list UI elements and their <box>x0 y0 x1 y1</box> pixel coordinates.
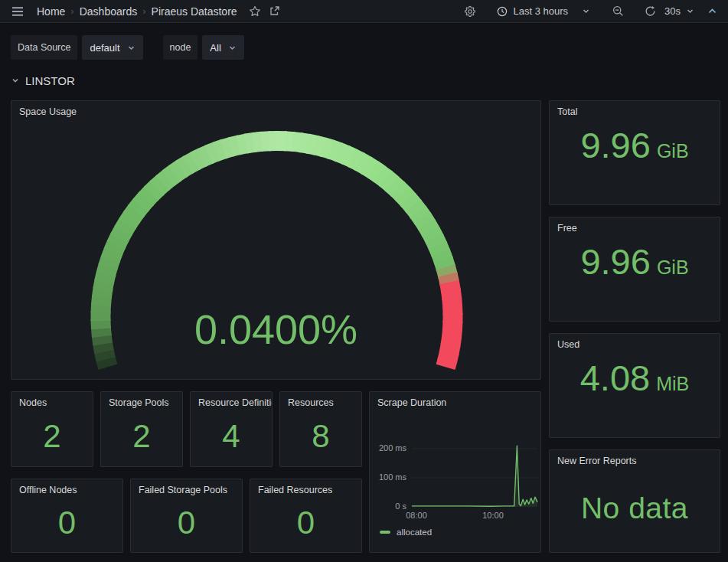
magnifier-minus-icon <box>612 5 624 17</box>
gauge-value: 0.0400% <box>11 304 540 355</box>
y-axis-tick-0s: 0 s <box>370 502 406 511</box>
panel-title-scrape-duration[interactable]: Scrape Duration <box>370 392 540 408</box>
stat-resources-value: 8 <box>280 412 361 460</box>
no-data-message: No data <box>550 469 720 547</box>
variable-node-label: node <box>163 35 198 60</box>
panel-used: Used 4.08 MiB <box>549 333 720 438</box>
panel-storage-pools: Storage Pools 2 <box>100 391 183 467</box>
variable-datasource-label: Data Source <box>11 35 77 60</box>
variable-node: node All <box>163 35 244 60</box>
time-range-label: Last 3 hours <box>513 5 568 17</box>
stat-total-value: 9.96 <box>580 127 650 163</box>
stat-free-unit: GiB <box>657 256 689 279</box>
stat-used-unit: MiB <box>656 373 689 395</box>
star-icon <box>249 5 261 18</box>
panel-failed-storage-pools: Failed Storage Pools 0 <box>130 479 243 553</box>
chevron-down-icon <box>686 7 694 15</box>
gear-icon <box>464 5 476 18</box>
chevron-right-icon: › <box>142 5 145 17</box>
panel-title-nodes[interactable]: Nodes <box>11 392 93 408</box>
panel-title-failed-resources[interactable]: Failed Resources <box>250 479 361 495</box>
stat-resource-definitions-value: 4 <box>191 412 272 460</box>
panel-resource-definitions: Resource Definitions 4 <box>190 391 273 467</box>
panel-nodes: Nodes 2 <box>11 391 93 467</box>
breadcrumb-dashboards[interactable]: Dashboards <box>80 5 138 18</box>
chevron-down-icon <box>228 44 237 52</box>
panel-title-new-error-reports[interactable]: New Error Reports <box>550 450 720 466</box>
panel-failed-resources: Failed Resources 0 <box>250 479 362 553</box>
x-axis-tick-1000: 10:00 <box>478 511 508 520</box>
collapse-topbar-button[interactable] <box>702 2 722 21</box>
favorite-dashboard-button[interactable] <box>245 2 265 21</box>
panel-title-offline-nodes[interactable]: Offline Nodes <box>11 479 122 495</box>
breadcrumb-home[interactable]: Home <box>37 5 65 18</box>
panel-scrape-duration: Scrape Duration 200 ms 100 ms 0 s 08:00 … <box>369 391 541 553</box>
stat-total-unit: GiB <box>657 140 689 162</box>
top-nav-bar: Home › Dashboards › Piraeus Datastore <box>0 0 728 23</box>
variable-datasource: Data Source default <box>11 35 143 60</box>
chevron-down-icon <box>127 44 135 52</box>
hamburger-icon <box>11 6 24 17</box>
refresh-button[interactable] <box>640 2 660 21</box>
share-dashboard-button[interactable] <box>265 2 285 21</box>
panel-title-failed-storage-pools[interactable]: Failed Storage Pools <box>131 479 242 495</box>
panel-title-used[interactable]: Used <box>550 334 720 350</box>
stat-offline-nodes-value: 0 <box>11 499 122 546</box>
panel-free: Free 9.96 GiB <box>549 217 720 322</box>
panel-total: Total 9.96 GiB <box>549 100 720 205</box>
panel-title-total[interactable]: Total <box>550 101 720 117</box>
stat-failed-storage-pools-value: 0 <box>131 499 242 546</box>
y-axis-tick-100ms: 100 ms <box>370 472 406 482</box>
panel-title-storage-pools[interactable]: Storage Pools <box>101 392 182 408</box>
y-axis-tick-200ms: 200 ms <box>370 443 406 453</box>
row-header-linstor[interactable]: LINSTOR <box>11 70 75 90</box>
refresh-icon <box>645 5 656 17</box>
panel-resources: Resources 8 <box>279 391 362 467</box>
refresh-interval-label: 30s <box>664 5 681 17</box>
stat-free-value: 9.96 <box>580 243 650 279</box>
refresh-interval-picker[interactable]: 30s <box>660 2 699 21</box>
legend-label: allocated <box>397 528 432 537</box>
chevron-down-icon <box>11 76 20 85</box>
series-color-swatch <box>380 531 390 534</box>
dashboard-settings-button[interactable] <box>460 2 480 21</box>
time-range-picker[interactable]: Last 3 hours <box>492 2 573 21</box>
x-axis-tick-0800: 08:00 <box>401 511 432 520</box>
stat-used-value: 4.08 <box>580 360 650 396</box>
stat-used: 4.08 MiB <box>550 360 720 434</box>
variable-datasource-select[interactable]: default <box>82 35 142 60</box>
chevron-right-icon: › <box>70 5 73 17</box>
stat-failed-resources-value: 0 <box>250 499 361 546</box>
variable-node-select[interactable]: All <box>202 35 243 60</box>
dashboard-variables-bar: Data Source default node All <box>11 34 717 61</box>
variable-datasource-value: default <box>90 42 119 54</box>
stat-free: 9.96 GiB <box>550 243 720 318</box>
panel-title-resources[interactable]: Resources <box>280 392 361 408</box>
row-title: LINSTOR <box>25 74 75 87</box>
panel-space-usage: Space Usage 0.0400% <box>11 100 541 380</box>
stat-nodes-value: 2 <box>11 412 93 460</box>
panel-title-resource-definitions[interactable]: Resource Definitions <box>191 392 272 408</box>
stat-total: 9.96 GiB <box>550 127 720 201</box>
panel-title-free[interactable]: Free <box>550 217 720 234</box>
breadcrumb-current-dashboard: Piraeus Datastore <box>152 5 237 18</box>
stat-storage-pools-value: 2 <box>101 412 182 460</box>
breadcrumb: Home › Dashboards › Piraeus Datastore <box>37 5 237 18</box>
panel-offline-nodes: Offline Nodes 0 <box>11 479 123 553</box>
panel-new-error-reports: New Error Reports No data <box>549 449 720 553</box>
time-range-caret-button[interactable] <box>576 2 596 21</box>
chevron-down-icon <box>582 7 590 15</box>
clock-icon <box>497 6 508 17</box>
variable-node-value: All <box>210 42 220 54</box>
panel-title-space-usage[interactable]: Space Usage <box>11 101 540 117</box>
legend-item-allocated[interactable]: allocated <box>380 528 432 537</box>
menu-toggle-button[interactable] <box>8 2 28 21</box>
share-icon <box>269 5 280 17</box>
zoom-out-time-button[interactable] <box>608 2 628 21</box>
chevron-up-icon <box>707 6 717 16</box>
